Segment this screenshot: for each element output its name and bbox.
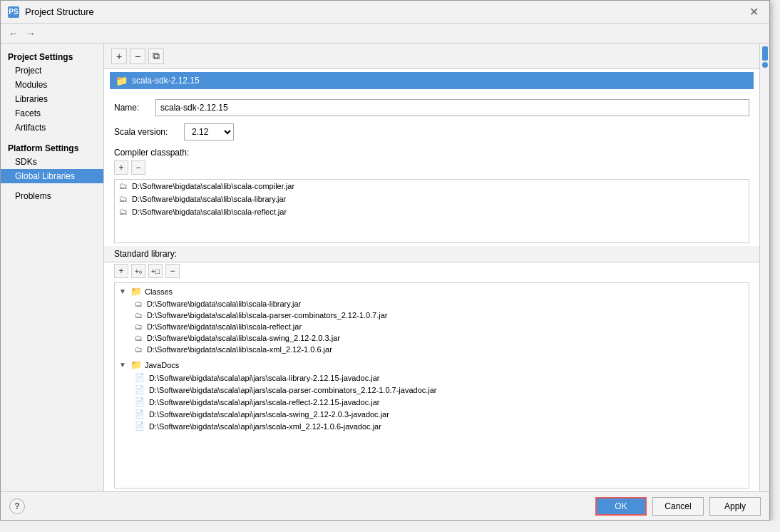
sdk-folder-icon: 📁 <box>116 75 128 86</box>
sdk-list-item[interactable]: 📁 scala-sdk-2.12.15 <box>110 72 754 89</box>
javadocs-folder-icon: 📁 <box>130 359 142 370</box>
ok-button[interactable]: OK <box>595 497 647 516</box>
classes-item-text-5: D:\Software\bigdata\scala\lib\scala-xml_… <box>147 345 332 354</box>
name-input[interactable] <box>155 99 749 116</box>
back-button[interactable]: ← <box>6 26 21 41</box>
std-add3-button[interactable]: +□ <box>148 264 163 278</box>
main-content: + − ⧉ 📁 scala-sdk-2.12.15 Name: Scala ve… <box>104 44 759 491</box>
std-lib-toolbar: Standard library: <box>104 246 759 262</box>
javadocs-item-text-3: D:\Software\bigdata\scala\api\jars\scala… <box>149 398 379 406</box>
classes-item-text-2: D:\Software\bigdata\scala\lib\scala-pars… <box>147 311 388 319</box>
classes-group-header[interactable]: ▼ 📁 Classes <box>115 285 749 298</box>
std-add-button[interactable]: + <box>114 264 128 278</box>
sidebar-item-global-libraries[interactable]: Global Libraries <box>1 169 103 183</box>
std-lib-label: Standard library: <box>114 249 177 259</box>
content-area: Project Settings Project Modules Librari… <box>1 44 769 491</box>
jar-icon-2: 🗂 <box>119 194 128 204</box>
classes-item-text-3: D:\Software\bigdata\scala\lib\scala-refl… <box>147 322 302 331</box>
std-remove-button[interactable]: − <box>165 264 180 278</box>
nav-bar: ← → <box>1 24 769 44</box>
classpath-item-text-2: D:\Software\bigdata\scala\lib\scala-libr… <box>132 195 286 203</box>
javadocs-item[interactable]: 📄 D:\Software\bigdata\scala\api\jars\sca… <box>115 384 749 396</box>
scala-version-label: Scala version: <box>114 127 178 137</box>
title-bar-left: PS Project Structure <box>8 6 94 18</box>
project-settings-heading: Project Settings <box>1 49 103 63</box>
window-title: Project Structure <box>25 6 94 17</box>
platform-settings-heading: Platform Settings <box>1 140 103 155</box>
classpath-item[interactable]: 🗂 D:\Software\bigdata\scala\lib\scala-li… <box>115 193 749 205</box>
classes-item[interactable]: 🗂 D:\Software\bigdata\scala\lib\scala-sw… <box>115 332 749 344</box>
classes-item-text-1: D:\Software\bigdata\scala\lib\scala-libr… <box>147 300 301 308</box>
add-sdk-button[interactable]: + <box>111 48 127 64</box>
classes-label: Classes <box>145 287 173 296</box>
file-icon: 🗂 <box>135 300 143 308</box>
sdk-item-label: scala-sdk-2.12.15 <box>132 76 200 86</box>
javadocs-item-text-4: D:\Software\bigdata\scala\api\jars\scala… <box>149 410 389 419</box>
classes-item[interactable]: 🗂 D:\Software\bigdata\scala\lib\scala-pa… <box>115 310 749 321</box>
edge-decoration <box>762 46 768 61</box>
app-icon: PS <box>8 6 19 18</box>
javadocs-item[interactable]: 📄 D:\Software\bigdata\scala\api\jars\sca… <box>115 408 749 420</box>
classpath-toolbar: + − <box>104 159 759 176</box>
file-icon: 📄 <box>135 373 145 382</box>
javadocs-arrow: ▼ <box>119 361 128 369</box>
classes-item[interactable]: 🗂 D:\Software\bigdata\scala\lib\scala-re… <box>115 321 749 332</box>
file-icon: 📄 <box>135 421 145 431</box>
javadocs-item[interactable]: 📄 D:\Software\bigdata\scala\api\jars\sca… <box>115 372 749 384</box>
bottom-right: OK Cancel Apply <box>595 497 761 516</box>
classes-arrow: ▼ <box>119 287 128 295</box>
sidebar-item-problems[interactable]: Problems <box>1 189 103 203</box>
std-lib-tree: ▼ 📁 Classes 🗂 D:\Software\bigdata\scala\… <box>114 282 749 488</box>
javadocs-item[interactable]: 📄 D:\Software\bigdata\scala\api\jars\sca… <box>115 420 749 432</box>
jar-icon-3: 🗂 <box>119 207 128 217</box>
project-structure-dialog: PS Project Structure ✕ ← → Project Setti… <box>0 0 770 521</box>
classpath-add-button[interactable]: + <box>114 160 128 175</box>
classes-item[interactable]: 🗂 D:\Software\bigdata\scala\lib\scala-li… <box>115 298 749 310</box>
classpath-item[interactable]: 🗂 D:\Software\bigdata\scala\lib\scala-re… <box>115 205 749 218</box>
compiler-classpath-label: Compiler classpath: <box>104 143 759 159</box>
name-label: Name: <box>114 103 150 113</box>
sidebar-divider-2 <box>1 183 103 189</box>
apply-button[interactable]: Apply <box>709 497 761 516</box>
close-button[interactable]: ✕ <box>745 4 762 21</box>
std-lib-buttons: + +₀ +□ − <box>104 262 759 280</box>
main-toolbar: + − ⧉ <box>104 44 759 69</box>
std-add2-button[interactable]: +₀ <box>131 264 145 278</box>
javadocs-label: JavaDocs <box>145 361 179 369</box>
classpath-item-text-3: D:\Software\bigdata\scala\lib\scala-refl… <box>132 208 287 216</box>
help-button[interactable]: ? <box>9 498 25 514</box>
javadocs-item-text-1: D:\Software\bigdata\scala\api\jars\scala… <box>149 374 379 382</box>
remove-sdk-button[interactable]: − <box>130 48 145 64</box>
classes-folder-icon: 📁 <box>130 286 142 297</box>
classpath-remove-button[interactable]: − <box>131 160 145 175</box>
bottom-bar: ? OK Cancel Apply <box>1 491 769 520</box>
right-edge <box>759 44 769 491</box>
title-bar: PS Project Structure ✕ <box>1 1 769 24</box>
classes-item[interactable]: 🗂 D:\Software\bigdata\scala\lib\scala-xm… <box>115 344 749 355</box>
bottom-left: ? <box>9 498 25 514</box>
javadocs-group-header[interactable]: ▼ 📁 JavaDocs <box>115 358 749 372</box>
sidebar-item-libraries[interactable]: Libraries <box>1 92 103 106</box>
classes-group: ▼ 📁 Classes 🗂 D:\Software\bigdata\scala\… <box>115 283 749 357</box>
sidebar-item-modules[interactable]: Modules <box>1 78 103 92</box>
classes-item-text-4: D:\Software\bigdata\scala\lib\scala-swin… <box>147 334 340 342</box>
detail-panel: Name: Scala version: 2.12 2.13 3.0 Compi… <box>104 92 759 491</box>
classpath-item-text-1: D:\Software\bigdata\scala\lib\scala-comp… <box>132 182 294 190</box>
sidebar-divider <box>1 135 103 140</box>
sidebar: Project Settings Project Modules Librari… <box>1 44 104 491</box>
edge-dot <box>762 62 768 68</box>
javadocs-group: ▼ 📁 JavaDocs 📄 D:\Software\bigdata\scala… <box>115 357 749 434</box>
javadocs-item-text-5: D:\Software\bigdata\scala\api\jars\scala… <box>149 422 381 431</box>
copy-sdk-button[interactable]: ⧉ <box>148 48 164 64</box>
scala-version-select[interactable]: 2.12 2.13 3.0 <box>184 123 234 140</box>
javadocs-item[interactable]: 📄 D:\Software\bigdata\scala\api\jars\sca… <box>115 396 749 408</box>
sidebar-item-facets[interactable]: Facets <box>1 106 103 121</box>
sidebar-item-artifacts[interactable]: Artifacts <box>1 121 103 135</box>
javadocs-item-text-2: D:\Software\bigdata\scala\api\jars\scala… <box>149 386 437 394</box>
sidebar-item-project[interactable]: Project <box>1 63 103 78</box>
sidebar-item-sdks[interactable]: SDKs <box>1 155 103 169</box>
file-icon: 📄 <box>135 385 145 394</box>
forward-button[interactable]: → <box>24 26 38 41</box>
cancel-button[interactable]: Cancel <box>652 497 704 516</box>
classpath-item[interactable]: 🗂 D:\Software\bigdata\scala\lib\scala-co… <box>115 180 749 193</box>
